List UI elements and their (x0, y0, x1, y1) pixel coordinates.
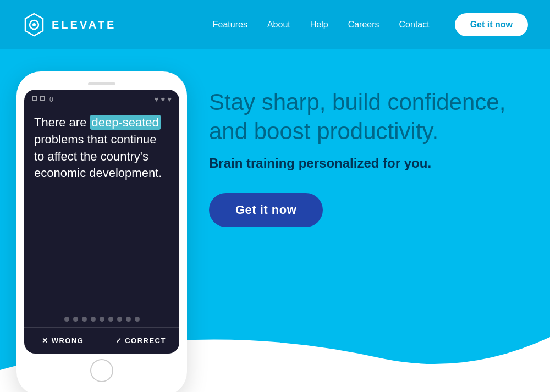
phone-speaker (88, 82, 116, 85)
progress-dots (24, 311, 179, 327)
nav-careers[interactable]: Careers (348, 20, 380, 30)
screen-status-bar: 0 ♥ ♥ ♥ (24, 90, 179, 107)
screen-content-text: There are deep-seated problems that cont… (24, 107, 179, 311)
dot-6 (108, 317, 113, 322)
phone-top-bar (24, 82, 179, 85)
dot-1 (64, 317, 69, 322)
dot-9 (135, 317, 140, 322)
dot-2 (73, 317, 78, 322)
nav-help[interactable]: Help (310, 20, 328, 30)
heart-2: ♥ (161, 95, 166, 103)
highlight-deep-seated: deep-seated (90, 115, 161, 130)
correct-button[interactable]: ✓ CORRECT (102, 328, 180, 354)
wrong-button[interactable]: ✕ WRONG (24, 328, 102, 354)
heart-3: ♥ (167, 95, 172, 103)
phone-body: 0 ♥ ♥ ♥ There are deep-seated problems t… (16, 71, 187, 392)
body-text-before: There are (34, 115, 90, 129)
dot-4 (91, 317, 96, 322)
header-cta-button[interactable]: Get it now (455, 13, 528, 36)
screen-status-square (32, 96, 37, 101)
nav-features[interactable]: Features (213, 20, 248, 30)
screen-hearts: ♥ ♥ ♥ (155, 95, 172, 103)
hero-headline: Stay sharp, build confidence, and boost … (209, 88, 528, 146)
screen-status-square2 (40, 96, 45, 101)
nav-contact[interactable]: Contact (399, 20, 430, 30)
dot-3 (82, 317, 87, 322)
main-content: 0 ♥ ♥ ♥ There are deep-seated problems t… (0, 49, 550, 392)
nav-about[interactable]: About (267, 20, 290, 30)
dot-7 (117, 317, 122, 322)
screen-status-left: 0 (32, 96, 53, 103)
body-text-middle: problems that continue to affect the cou… (34, 132, 162, 180)
logo-text: ELEVATE (52, 19, 116, 31)
phone-screen: 0 ♥ ♥ ♥ There are deep-seated problems t… (24, 90, 179, 354)
svg-point-2 (32, 23, 36, 26)
phone-mockup: 0 ♥ ♥ ♥ There are deep-seated problems t… (16, 71, 187, 392)
logo-area: ELEVATE (22, 13, 213, 37)
dot-8 (126, 317, 131, 322)
header: ELEVATE Features About Help Careers Cont… (0, 0, 550, 49)
hero-cta-button[interactable]: Get it now (209, 193, 323, 227)
hero-section: Stay sharp, build confidence, and boost … (209, 88, 528, 227)
heart-1: ♥ (155, 95, 159, 103)
phone-home-button (90, 359, 113, 382)
screen-action-buttons: ✕ WRONG ✓ CORRECT (24, 327, 179, 354)
dot-5 (100, 317, 105, 322)
elevate-logo-icon (22, 13, 46, 37)
main-nav: Features About Help Careers Contact Get … (213, 13, 528, 36)
screen-score: 0 (50, 96, 53, 103)
hero-subheading: Brain training personalized for you. (209, 156, 528, 171)
